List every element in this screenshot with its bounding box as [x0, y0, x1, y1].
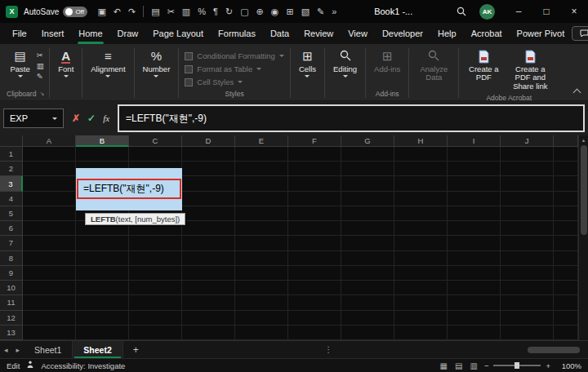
row-header-4[interactable]: 4 — [0, 192, 23, 206]
grid-cell[interactable] — [288, 192, 341, 206]
grid-cell[interactable] — [76, 236, 129, 250]
grid-cell[interactable] — [182, 266, 235, 281]
comments-button[interactable]: Comments — [572, 26, 588, 41]
tab-data[interactable]: Data — [263, 23, 296, 44]
cut-icon[interactable]: ✂ — [37, 51, 44, 60]
grid-cell[interactable] — [448, 311, 501, 326]
grid-cell[interactable] — [129, 266, 182, 281]
alignment-button[interactable]: ≡ Alignment — [86, 47, 130, 80]
zoom-slider[interactable] — [493, 365, 541, 366]
grid-cell[interactable] — [235, 266, 288, 281]
grid-cell[interactable] — [501, 266, 554, 281]
grid-cell[interactable] — [129, 295, 182, 310]
grid-cell[interactable] — [554, 221, 578, 236]
grid-cell[interactable] — [448, 281, 501, 295]
save-icon[interactable]: ▣ — [94, 0, 109, 23]
grid-cell[interactable] — [76, 266, 129, 281]
column-header-H[interactable]: H — [394, 135, 448, 147]
grid-cell[interactable] — [501, 251, 554, 266]
grid-cell[interactable] — [76, 281, 129, 295]
grid-cell[interactable] — [182, 295, 235, 310]
accessibility-status[interactable]: Accessibility: Investigate — [41, 361, 125, 370]
sheet-nav-left-icon[interactable]: ◂ — [0, 346, 12, 354]
row-header-9[interactable]: 9 — [0, 266, 23, 281]
row-header-8[interactable]: 8 — [0, 251, 23, 266]
new-doc-icon[interactable]: ▢ — [237, 0, 252, 23]
grid-cell[interactable] — [288, 221, 341, 236]
autosave-control[interactable]: AutoSave Off — [24, 7, 87, 17]
grid-cell[interactable] — [554, 295, 578, 310]
grid-cell[interactable] — [288, 206, 341, 221]
grid-cell[interactable] — [23, 236, 76, 250]
grid-cell[interactable] — [182, 236, 235, 250]
grid-cell[interactable] — [76, 147, 129, 162]
user-avatar[interactable]: AK — [479, 4, 495, 20]
grid-cell[interactable] — [394, 311, 448, 326]
grid-cell[interactable] — [129, 251, 182, 266]
grid-cell[interactable] — [182, 206, 235, 221]
grid-cell[interactable] — [501, 326, 554, 340]
chart-icon[interactable]: ▧ — [298, 0, 313, 23]
grid-cell[interactable] — [554, 326, 578, 340]
clipboard-icon[interactable]: ▤ — [148, 0, 163, 23]
grid-cell[interactable] — [501, 206, 554, 221]
pilcrow-icon[interactable]: ¶ — [210, 0, 221, 23]
row-header-3[interactable]: 3 — [0, 176, 23, 191]
grid-cell[interactable] — [341, 206, 394, 221]
active-cell-b3[interactable]: =LEFTB("재현",-9) — [77, 179, 181, 199]
column-header-G[interactable]: G — [341, 135, 394, 147]
grid-cell[interactable] — [182, 311, 235, 326]
grid-cell[interactable] — [501, 311, 554, 326]
grid-cell[interactable] — [394, 295, 448, 310]
grid-cell[interactable] — [76, 295, 129, 310]
column-header-D[interactable]: D — [182, 135, 235, 147]
row-header-12[interactable]: 12 — [0, 311, 23, 326]
grid-cell[interactable] — [235, 295, 288, 310]
grid-cell[interactable] — [554, 176, 578, 191]
column-header-J[interactable]: J — [501, 135, 554, 147]
tab-developer[interactable]: Developer — [375, 23, 430, 44]
grid-cell[interactable] — [394, 162, 448, 176]
grid-cell[interactable] — [23, 206, 76, 221]
grid-cell[interactable] — [341, 176, 394, 191]
grid-cell[interactable] — [23, 176, 76, 191]
grid-cell[interactable] — [23, 162, 76, 176]
grid-cell[interactable] — [182, 192, 235, 206]
grid-cell[interactable] — [448, 221, 501, 236]
tab-acrobat[interactable]: Acrobat — [464, 23, 510, 44]
sheet-tab-sheet2[interactable]: Sheet2 — [73, 341, 122, 358]
grid-cell[interactable] — [501, 221, 554, 236]
column-header-A[interactable]: A — [23, 135, 76, 147]
grid-cell[interactable] — [288, 311, 341, 326]
add-sheet-button[interactable]: + — [123, 344, 149, 356]
grid-cell[interactable] — [182, 326, 235, 340]
grid-cell[interactable] — [23, 251, 76, 266]
close-button[interactable]: × — [560, 0, 588, 23]
grid-cell[interactable] — [394, 192, 448, 206]
percent-format-icon[interactable]: % — [194, 0, 209, 23]
normal-view-icon[interactable]: ▦ — [440, 361, 448, 370]
grid-cell[interactable] — [182, 221, 235, 236]
conditional-formatting-button[interactable]: Conditional Formatting — [182, 50, 287, 62]
grid-cell[interactable] — [501, 236, 554, 250]
tab-view[interactable]: View — [341, 23, 375, 44]
zoom-slider-thumb[interactable] — [514, 362, 519, 369]
autosave-toggle[interactable]: Off — [63, 7, 87, 17]
vertical-scrollbar-thumb[interactable] — [581, 145, 587, 235]
grid-cell[interactable] — [501, 192, 554, 206]
grid-cell[interactable] — [448, 162, 501, 176]
grid-cell[interactable] — [235, 251, 288, 266]
draw-icon[interactable]: ✎ — [314, 0, 327, 23]
grid-cell[interactable] — [341, 326, 394, 340]
grid-cell[interactable] — [394, 147, 448, 162]
grid-cell[interactable] — [448, 236, 501, 250]
zoom-percentage[interactable]: 100% — [557, 361, 581, 370]
row-header-13[interactable]: 13 — [0, 326, 23, 340]
grid-cell[interactable] — [235, 281, 288, 295]
grid-cell[interactable] — [182, 251, 235, 266]
grid-cell[interactable] — [554, 311, 578, 326]
number-button[interactable]: % Number — [138, 47, 176, 80]
grid-cell[interactable] — [394, 236, 448, 250]
sheet-nav-right-icon[interactable]: ▸ — [12, 346, 24, 354]
camera-icon[interactable]: ◉ — [268, 0, 283, 23]
